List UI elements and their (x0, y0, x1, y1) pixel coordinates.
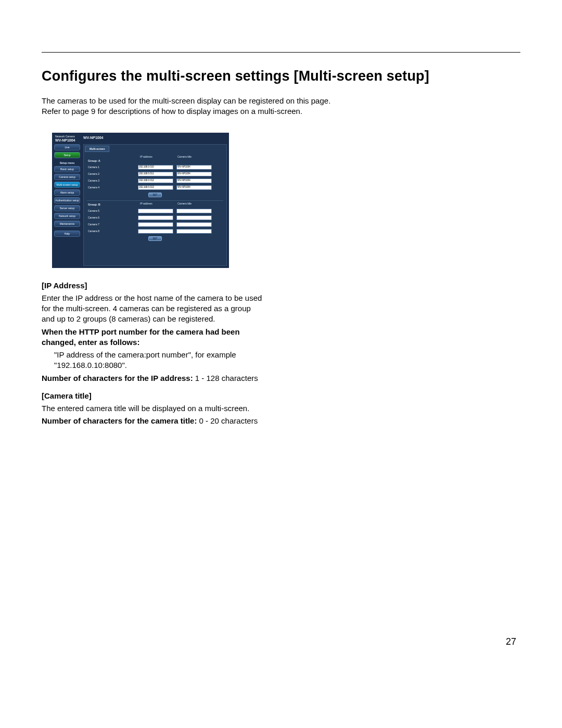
ip-address-desc: Enter the IP address or the host name of… (42, 293, 265, 325)
col-header-ip: IP address (140, 155, 177, 162)
row-label: Camera 3 (88, 179, 138, 182)
intro-line-2: Refer to page 9 for descriptions of how … (42, 107, 302, 116)
table-row: Camera 7 (88, 222, 226, 227)
sidebar-item-maintenance[interactable]: Maintenance (54, 221, 80, 227)
group-b-rows: Camera 5 Camera 6 Camera 7 Camera 8 (88, 208, 226, 234)
group-a-label: Group: A (88, 159, 140, 162)
top-model-label: WV-NP1004 (83, 136, 104, 139)
brand-line: Network Camera (55, 135, 75, 138)
col-header-title: Camera title (177, 202, 215, 206)
ip-chars-value: 1 - 128 characters (195, 374, 258, 382)
ip-field[interactable] (138, 209, 173, 213)
sidebar-menu-heading: Setup menu (54, 161, 80, 164)
cam-chars-value: 0 - 20 characters (199, 416, 258, 425)
row-label: Camera 8 (88, 229, 138, 233)
table-row: Camera 2 192.168.0.011 WV-NP1004 (88, 171, 226, 177)
ip-field[interactable]: 192.168.0.011 (138, 172, 173, 176)
cam-chars-label: Number of characters for the camera titl… (42, 416, 199, 425)
title-field[interactable] (176, 229, 212, 234)
table-row: Camera 3 192.168.0.012 WV-NP1004 (88, 178, 226, 184)
main-panel: Multi-screen Group: A IP address Camera … (83, 144, 227, 266)
sidebar-item-alarm[interactable]: Alarm setup (54, 189, 80, 196)
ip-field[interactable]: 192.168.0.012 (138, 178, 173, 183)
camera-title-heading: [Camera title] (42, 391, 92, 400)
row-label: Camera 7 (88, 223, 138, 226)
ip-port-example: "IP address of the camera:port number", … (54, 350, 265, 371)
ip-field[interactable] (138, 215, 173, 220)
brand-block: Network Camera WV-NP1004 (55, 135, 75, 143)
col-header-ip: IP address (140, 202, 177, 206)
ip-field[interactable]: 192.168.0.013 (138, 185, 173, 190)
page-number: 27 (506, 636, 516, 647)
sidebar: Live Setup Setup menu Basic setup Camera… (54, 144, 80, 238)
intro-text: The cameras to be used for the multi-scr… (42, 96, 520, 117)
row-label: Camera 6 (88, 216, 138, 219)
table-row: Camera 8 (88, 228, 226, 234)
row-label: Camera 5 (88, 209, 138, 212)
sidebar-item-multiscreen[interactable]: Multi-screen setup (54, 182, 80, 188)
set-button-b[interactable]: SET (148, 236, 162, 241)
group-divider (87, 200, 223, 201)
sidebar-item-network[interactable]: Network setup (54, 213, 80, 219)
group-b-label: Group: B (88, 203, 140, 206)
title-field[interactable] (176, 209, 212, 213)
intro-line-1: The cameras to be used for the multi-scr… (42, 96, 330, 105)
horizontal-rule (42, 52, 520, 53)
title-field[interactable]: WV-NP1004 (176, 178, 212, 183)
col-header-title: Camera title (177, 155, 215, 162)
tab-multiscreen[interactable]: Multi-screen (85, 146, 109, 152)
set-button-a[interactable]: SET (148, 193, 162, 197)
title-field[interactable] (176, 222, 212, 227)
page-title: Configures the multi-screen settings [Mu… (42, 68, 520, 84)
document-page: Configures the multi-screen settings [Mu… (0, 0, 562, 676)
title-field[interactable]: WV-NP1004 (176, 165, 212, 170)
table-row: Camera 6 (88, 215, 226, 221)
sidebar-item-camera[interactable]: Camera setup (54, 174, 80, 180)
title-field[interactable]: WV-NP1004 (176, 172, 212, 176)
table-row: Camera 5 (88, 208, 226, 214)
row-label: Camera 1 (88, 165, 138, 169)
embedded-screenshot: Network Camera WV-NP1004 WV-NP1004 Live … (52, 133, 229, 268)
ip-field[interactable] (138, 222, 173, 227)
title-field[interactable] (176, 215, 212, 220)
ip-chars-label: Number of characters for the IP address: (42, 374, 195, 382)
ip-port-note-bold: When the HTTP port number for the camera… (42, 327, 240, 347)
sidebar-setup-button[interactable]: Setup (54, 152, 80, 158)
brand-model: WV-NP1004 (55, 138, 75, 142)
title-field[interactable]: WV-NP1004 (176, 185, 212, 190)
camera-title-desc: The entered camera title will be display… (42, 403, 265, 414)
ip-address-heading: [IP Address] (42, 281, 87, 290)
ip-field[interactable] (138, 229, 173, 234)
sidebar-item-auth[interactable]: Authentication setup (54, 197, 80, 203)
row-label: Camera 4 (88, 186, 138, 189)
table-row: Camera 4 192.168.0.013 WV-NP1004 (88, 185, 226, 190)
ip-field[interactable]: 192.168.0.010 (138, 165, 173, 170)
sidebar-item-basic[interactable]: Basic setup (54, 166, 80, 172)
table-row: Camera 1 192.168.0.010 WV-NP1004 (88, 164, 226, 170)
sidebar-help-button[interactable]: Help (54, 231, 80, 237)
sidebar-item-server[interactable]: Server setup (54, 205, 80, 211)
row-label: Camera 2 (88, 172, 138, 175)
body-column: [IP Address] Enter the IP address or the… (42, 280, 265, 427)
sidebar-live-button[interactable]: Live (54, 144, 80, 150)
group-a-rows: Camera 1 192.168.0.010 WV-NP1004 Camera … (88, 164, 226, 190)
